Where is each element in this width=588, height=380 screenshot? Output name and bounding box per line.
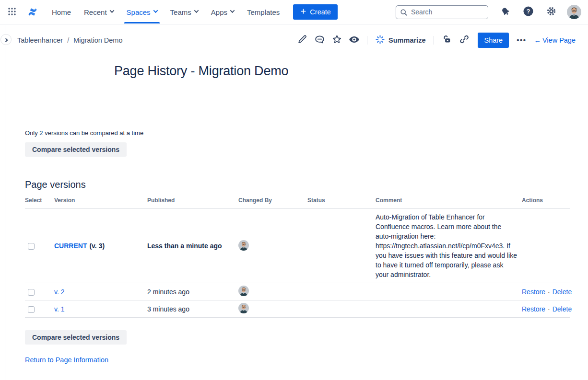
more-options-button[interactable]: •••	[514, 34, 529, 46]
comment-bubble-icon	[314, 34, 325, 46]
comment-cell	[376, 283, 522, 300]
changed-by-avatar[interactable]	[238, 303, 249, 313]
nav-label: Templates	[247, 8, 280, 16]
published-cell: 3 minutes ago	[147, 300, 238, 318]
favorite-button[interactable]	[329, 33, 344, 47]
link-icon	[459, 34, 470, 46]
table-row-current: CURRENT(v. 3) Less than a minute ago	[25, 209, 570, 283]
page-toolbar: Summarize	[294, 33, 576, 48]
nav-item-apps[interactable]: Apps	[211, 8, 234, 16]
header-comment: Comment	[376, 195, 522, 209]
compare-selected-versions-button-bottom[interactable]: Compare selected versions	[25, 330, 127, 345]
compare-selected-versions-button-top[interactable]: Compare selected versions	[25, 142, 127, 157]
page-versions-table: Select Version Published Changed By Stat…	[25, 195, 570, 318]
restore-link[interactable]: Restore	[522, 288, 545, 296]
delete-link[interactable]: Delete	[553, 305, 572, 313]
unlock-icon	[442, 34, 452, 46]
question-mark-icon: ?	[523, 6, 534, 18]
version-link[interactable]: v. 2	[54, 288, 65, 296]
action-separator: ·	[548, 305, 550, 313]
chevron-down-icon	[109, 8, 114, 13]
plus-icon	[300, 8, 307, 16]
version-checkbox[interactable]	[28, 243, 35, 250]
table-header-row: Select Version Published Changed By Stat…	[25, 195, 570, 209]
star-icon	[331, 34, 342, 46]
summarize-button[interactable]: Summarize	[373, 33, 428, 47]
help-button[interactable]: ?	[521, 4, 536, 20]
eye-icon	[349, 34, 360, 46]
top-navigation-bar: Home Recent Spaces Teams Apps Templates …	[0, 0, 588, 24]
watch-button[interactable]	[346, 33, 362, 47]
nav-label: Home	[52, 8, 71, 16]
version-link[interactable]: v. 1	[54, 305, 65, 313]
nav-label: Apps	[211, 8, 227, 16]
bell-icon	[500, 6, 511, 18]
chevron-down-icon	[194, 8, 199, 13]
search-input[interactable]	[396, 5, 488, 19]
restrictions-button[interactable]	[439, 33, 455, 47]
svg-text:?: ?	[527, 8, 530, 15]
nav-item-home[interactable]: Home	[52, 8, 71, 16]
return-to-page-information-link[interactable]: Return to Page Information	[25, 356, 108, 364]
comment-cell	[376, 300, 522, 318]
actions-cell: Restore·Delete	[522, 300, 570, 318]
chevron-down-icon	[230, 8, 235, 13]
comment-button[interactable]	[312, 33, 327, 47]
notifications-button[interactable]	[498, 4, 513, 20]
restore-link[interactable]: Restore	[522, 305, 545, 313]
app-switcher-button[interactable]	[6, 5, 18, 19]
delete-link[interactable]: Delete	[553, 288, 572, 296]
status-cell	[307, 283, 376, 300]
table-row-v1: v. 1 3 minutes ago	[25, 300, 570, 318]
toolbar-divider	[367, 36, 367, 45]
edit-button[interactable]	[294, 33, 310, 47]
status-cell	[307, 209, 376, 283]
user-avatar[interactable]	[567, 5, 581, 19]
breadcrumb-toolbar-row: Tableenhancer / Migration Demo	[5, 24, 588, 47]
view-page-label: View Page	[542, 36, 576, 44]
back-arrow-icon: ←	[534, 36, 541, 44]
breadcrumb-separator: /	[67, 36, 69, 44]
share-button[interactable]: Share	[478, 33, 509, 48]
sparkle-icon	[376, 35, 385, 46]
settings-button[interactable]	[544, 4, 559, 20]
gear-icon	[546, 6, 557, 18]
actions-cell	[522, 209, 570, 283]
summarize-label: Summarize	[388, 36, 425, 44]
confluence-logo[interactable]	[25, 4, 40, 20]
toolbar-divider	[434, 36, 434, 45]
app-switcher-grid-icon	[8, 7, 16, 17]
header-status: Status	[307, 195, 376, 209]
nav-item-spaces[interactable]: Spaces	[127, 8, 157, 16]
pencil-icon	[297, 34, 307, 46]
status-cell	[307, 300, 376, 318]
header-version: Version	[54, 195, 147, 209]
breadcrumb-space-link[interactable]: Tableenhancer	[17, 36, 63, 44]
header-changed-by: Changed By	[238, 195, 307, 209]
version-checkbox[interactable]	[28, 306, 35, 313]
create-button-label: Create	[310, 8, 331, 16]
nav-item-recent[interactable]: Recent	[84, 8, 114, 16]
table-row-v2: v. 2 2 minutes ago	[25, 283, 570, 300]
breadcrumb-page-link[interactable]: Migration Demo	[73, 36, 122, 44]
changed-by-avatar[interactable]	[238, 240, 249, 251]
chevron-right-icon	[4, 38, 8, 42]
nav-label: Recent	[84, 8, 107, 16]
search-icon	[400, 9, 408, 16]
view-page-link[interactable]: ← View Page	[534, 36, 576, 44]
copy-link-button[interactable]	[457, 33, 472, 47]
nav-label: Teams	[170, 8, 191, 16]
compare-note: Only 2 versions can be compared at a tim…	[25, 129, 588, 137]
actions-cell: Restore·Delete	[522, 283, 570, 300]
page-versions-heading: Page versions	[25, 179, 588, 190]
changed-by-avatar[interactable]	[238, 286, 249, 296]
create-button[interactable]: Create	[293, 4, 338, 20]
header-actions: Actions	[522, 195, 570, 209]
version-link-current[interactable]: CURRENT	[54, 242, 87, 250]
sidebar-expand-button[interactable]	[0, 34, 12, 45]
version-checkbox[interactable]	[28, 289, 35, 296]
nav-item-teams[interactable]: Teams	[170, 8, 198, 16]
nav-label: Spaces	[127, 8, 151, 16]
page-title: Page History - Migration Demo	[114, 64, 588, 79]
nav-item-templates[interactable]: Templates	[247, 8, 280, 16]
